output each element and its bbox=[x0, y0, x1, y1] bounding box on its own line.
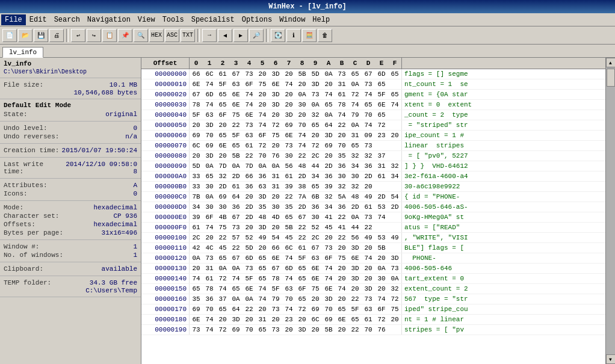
hex-byte[interactable]: 6E bbox=[375, 100, 388, 110]
table-row[interactable]: 000000106E745F636F756E74203D20310A7365 n… bbox=[141, 79, 605, 90]
hex-byte[interactable]: 30 bbox=[348, 171, 362, 181]
hex-byte[interactable]: 70 bbox=[282, 294, 295, 304]
hex-byte[interactable]: 74 bbox=[203, 223, 216, 232]
hex-byte[interactable]: 36 bbox=[203, 294, 216, 304]
hex-byte[interactable]: 2D bbox=[295, 171, 309, 181]
hex-byte[interactable]: 2D bbox=[375, 192, 388, 202]
hex-byte[interactable]: 65 bbox=[216, 304, 229, 314]
hex-byte[interactable]: 20 bbox=[256, 90, 269, 99]
hex-byte[interactable]: 23 bbox=[375, 131, 388, 140]
hex-byte[interactable]: 6F bbox=[322, 253, 335, 263]
hex-byte[interactable]: 20 bbox=[282, 90, 295, 99]
hex-byte[interactable]: 39 bbox=[190, 212, 203, 222]
hex-byte[interactable]: 6F bbox=[256, 131, 269, 140]
hex-byte[interactable]: 38 bbox=[295, 182, 309, 191]
hex-byte[interactable]: 36 bbox=[322, 171, 335, 181]
hex-byte[interactable]: 63 bbox=[362, 304, 375, 314]
hex-byte[interactable]: 7D bbox=[216, 161, 229, 171]
hex-byte[interactable]: 36 bbox=[243, 182, 256, 191]
hex-byte[interactable]: 73 bbox=[269, 325, 282, 335]
hex-byte[interactable]: 72 bbox=[295, 304, 309, 314]
hex-byte[interactable]: 20 bbox=[348, 284, 362, 294]
hex-byte[interactable]: 6C bbox=[190, 141, 203, 150]
hex-byte[interactable]: 6F bbox=[243, 79, 256, 89]
hex-byte[interactable]: 20 bbox=[190, 264, 203, 273]
hex-byte[interactable]: 2D bbox=[229, 171, 243, 181]
hex-byte[interactable]: 20 bbox=[362, 243, 375, 253]
hex-byte[interactable] bbox=[388, 223, 401, 232]
hex-byte[interactable]: 0A bbox=[309, 100, 322, 110]
hex-byte[interactable]: 34 bbox=[309, 171, 322, 181]
hex-byte[interactable]: 4D bbox=[269, 212, 282, 222]
hex-byte[interactable]: 74 bbox=[203, 100, 216, 110]
hex-byte[interactable]: 65 bbox=[335, 304, 348, 314]
menu-file[interactable]: File bbox=[1, 14, 26, 25]
hex-byte[interactable]: 78 bbox=[269, 274, 282, 283]
hex-byte[interactable]: 70 bbox=[362, 110, 375, 120]
hex-byte[interactable]: 69 bbox=[229, 325, 243, 335]
table-row[interactable]: 000000405F636F756E74203D20320A74797065 _… bbox=[141, 110, 605, 120]
hex-byte[interactable]: 74 bbox=[282, 253, 295, 263]
hex-byte[interactable]: 36 bbox=[362, 161, 375, 171]
hex-byte[interactable]: 74 bbox=[190, 274, 203, 283]
toolbar-print[interactable]: 🖨 bbox=[49, 29, 64, 42]
toolbar-disk[interactable]: 💽 bbox=[271, 29, 285, 42]
menu-specialist[interactable]: Specialist bbox=[188, 14, 238, 25]
hex-byte[interactable]: 5F bbox=[269, 284, 282, 294]
hex-byte[interactable]: 6E bbox=[269, 79, 282, 89]
hex-byte[interactable]: 5F bbox=[190, 110, 203, 120]
hex-byte[interactable]: 74 bbox=[322, 264, 335, 273]
hex-byte[interactable]: 70 bbox=[203, 131, 216, 140]
hex-byte[interactable]: 41 bbox=[322, 212, 335, 222]
hex-byte[interactable]: 74 bbox=[282, 79, 295, 89]
hex-byte[interactable]: 6E bbox=[216, 141, 229, 150]
hex-byte[interactable]: 45 bbox=[216, 243, 229, 253]
hex-byte[interactable]: 6E bbox=[190, 315, 203, 324]
hex-byte[interactable]: 65 bbox=[216, 131, 229, 140]
table-row[interactable]: 000000307874656E74203D20300A657874656E74… bbox=[141, 100, 605, 110]
hex-byte[interactable]: 6D bbox=[282, 264, 295, 273]
hex-byte[interactable]: 0A bbox=[216, 264, 229, 273]
hex-byte[interactable]: 0A bbox=[203, 161, 216, 171]
hex-byte[interactable]: 22 bbox=[348, 294, 362, 304]
hex-byte[interactable]: 73 bbox=[282, 141, 295, 150]
hex-byte[interactable]: 74 bbox=[282, 274, 295, 283]
hex-byte[interactable]: 70 bbox=[243, 325, 256, 335]
hex-byte[interactable]: 74 bbox=[362, 120, 375, 130]
hex-byte[interactable]: 20 bbox=[309, 131, 322, 140]
hex-byte[interactable] bbox=[388, 243, 401, 253]
hex-byte[interactable]: 5B bbox=[282, 223, 295, 232]
hex-byte[interactable]: 74 bbox=[335, 284, 348, 294]
hex-byte[interactable]: 0A bbox=[375, 264, 388, 273]
hex-byte[interactable]: 7A bbox=[295, 192, 309, 202]
hex-byte[interactable]: 74 bbox=[229, 274, 243, 283]
hex-byte[interactable]: 63 bbox=[243, 131, 256, 140]
hex-byte[interactable]: 20 bbox=[269, 223, 282, 232]
hex-byte[interactable]: 20 bbox=[282, 69, 295, 79]
tab-lv-info[interactable]: lv_info bbox=[2, 47, 43, 58]
hex-byte[interactable] bbox=[388, 151, 401, 161]
hex-byte[interactable]: 22 bbox=[243, 151, 256, 161]
hex-byte[interactable]: 20 bbox=[335, 264, 348, 273]
hex-byte[interactable]: 69 bbox=[309, 304, 322, 314]
hex-byte[interactable]: 70 bbox=[335, 141, 348, 150]
table-row[interactable]: 0000013020310A0A7365676D656E74203D200A73… bbox=[141, 264, 605, 274]
hex-byte[interactable]: 44 bbox=[348, 223, 362, 232]
hex-byte[interactable]: 30 bbox=[269, 202, 282, 212]
hex-byte[interactable]: 74 bbox=[388, 100, 401, 110]
hex-byte[interactable]: 3D bbox=[229, 315, 243, 324]
hex-byte[interactable]: 20 bbox=[269, 110, 282, 120]
hex-byte[interactable]: 72 bbox=[375, 120, 388, 130]
hex-byte[interactable]: 37 bbox=[216, 294, 229, 304]
hex-byte[interactable]: 73 bbox=[269, 304, 282, 314]
hex-byte[interactable]: 20 bbox=[256, 243, 269, 253]
hex-byte[interactable]: 45 bbox=[282, 233, 295, 242]
hex-byte[interactable]: 54 bbox=[269, 233, 282, 242]
hex-byte[interactable]: 22 bbox=[362, 223, 375, 232]
hex-byte[interactable]: 2D bbox=[243, 202, 256, 212]
hex-byte[interactable] bbox=[388, 141, 401, 150]
hex-byte[interactable]: 76 bbox=[375, 325, 388, 335]
hex-byte[interactable]: 0A bbox=[229, 264, 243, 273]
hex-byte[interactable]: 31 bbox=[203, 264, 216, 273]
hex-byte[interactable]: 35 bbox=[256, 202, 269, 212]
